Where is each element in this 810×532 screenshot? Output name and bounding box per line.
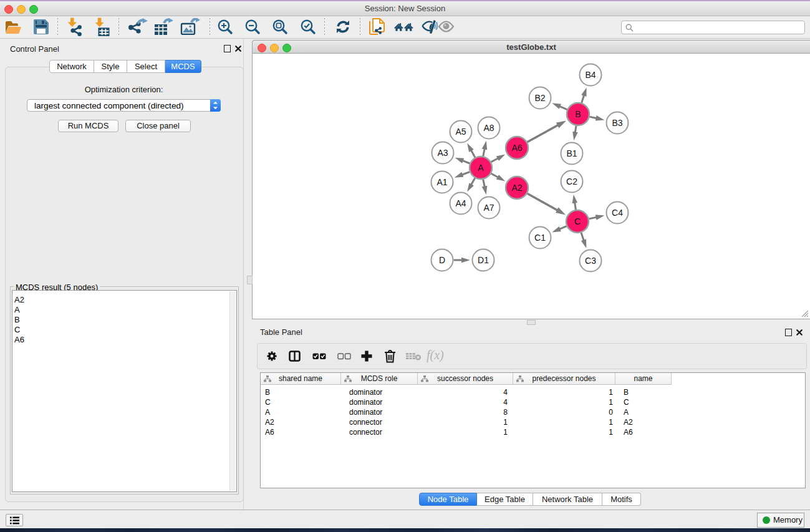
- svg-text:C: C: [574, 216, 581, 226]
- svg-text:A: A: [478, 163, 484, 173]
- svg-text:C2: C2: [566, 177, 577, 186]
- svg-text:A7: A7: [483, 203, 494, 213]
- svg-text:B3: B3: [612, 118, 622, 128]
- svg-text:B1: B1: [566, 148, 577, 158]
- svg-text:A5: A5: [455, 127, 466, 137]
- svg-text:D: D: [439, 255, 445, 265]
- svg-text:B: B: [575, 109, 581, 119]
- svg-text:D1: D1: [478, 255, 489, 265]
- svg-text:A1: A1: [436, 177, 447, 187]
- svg-text:A4: A4: [455, 198, 466, 208]
- svg-text:C4: C4: [612, 208, 623, 218]
- svg-text:A2: A2: [511, 183, 522, 193]
- svg-text:C1: C1: [534, 233, 546, 243]
- svg-text:B2: B2: [534, 93, 545, 103]
- svg-text:C3: C3: [585, 256, 596, 266]
- svg-text:A6: A6: [511, 143, 522, 153]
- svg-text:A8: A8: [483, 123, 494, 133]
- svg-text:A3: A3: [437, 148, 448, 158]
- svg-text:B4: B4: [585, 70, 595, 80]
